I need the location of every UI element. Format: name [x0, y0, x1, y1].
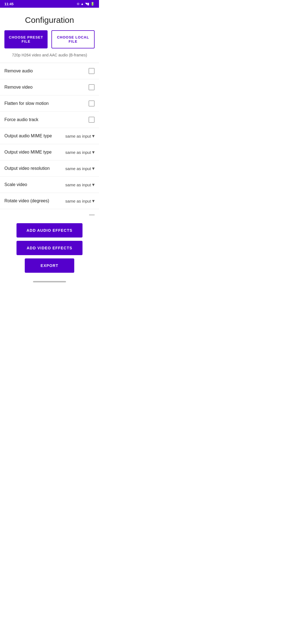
- rotate-video-label: Rotate video (degrees): [4, 198, 49, 203]
- rotate-video-value[interactable]: same as input ▾: [65, 198, 95, 204]
- option-force-audio-track: Force audio track: [0, 112, 99, 128]
- do-not-disturb-icon: ⊖: [77, 2, 79, 6]
- output-audio-mime-label: Output audio MIME type: [4, 133, 52, 138]
- wifi-icon: ▲: [81, 2, 84, 6]
- action-buttons-container: ADD AUDIO EFFECTS ADD VIDEO EFFECTS EXPO…: [0, 219, 99, 278]
- battery-icon: 🔋: [90, 2, 95, 6]
- chevron-down-icon: ▾: [92, 165, 95, 171]
- scale-video-value[interactable]: same as input ▾: [65, 182, 95, 188]
- remove-audio-label: Remove audio: [4, 69, 33, 73]
- chevron-down-icon: ▾: [92, 149, 95, 155]
- remove-video-label: Remove video: [4, 85, 32, 90]
- status-icons: ⊖ ▲ ◥▮ 🔋: [77, 2, 95, 6]
- add-audio-effects-button[interactable]: ADD AUDIO EFFECTS: [16, 223, 82, 238]
- choose-local-file-button[interactable]: CHOOSE LOCAL FILE: [51, 30, 95, 48]
- output-video-mime-value[interactable]: same as input ▾: [65, 149, 95, 155]
- output-video-mime-label: Output video MIME type: [4, 150, 52, 155]
- output-audio-mime-text: same as input: [65, 134, 91, 138]
- separator-dash: —: [0, 209, 99, 219]
- remove-audio-checkbox[interactable]: [89, 68, 95, 74]
- option-remove-video: Remove video: [0, 79, 99, 95]
- dropdown-scale-video[interactable]: Scale video same as input ▾: [0, 177, 99, 193]
- rotate-video-text: same as input: [65, 199, 91, 203]
- bottom-bar: [0, 278, 99, 285]
- output-video-resolution-value[interactable]: same as input ▾: [65, 165, 95, 171]
- choose-preset-file-button[interactable]: CHOOSE PRESET FILE: [4, 30, 48, 48]
- scale-video-label: Scale video: [4, 182, 27, 187]
- flatten-slow-motion-label: Flatten for slow motion: [4, 101, 49, 106]
- force-audio-track-label: Force audio track: [4, 117, 38, 122]
- chevron-down-icon: ▾: [92, 182, 95, 188]
- output-video-resolution-text: same as input: [65, 166, 91, 171]
- add-video-effects-button[interactable]: ADD VIDEO EFFECTS: [16, 241, 82, 255]
- dropdown-output-audio-mime[interactable]: Output audio MIME type same as input ▾: [0, 128, 99, 144]
- signal-icon: ◥▮: [85, 2, 89, 6]
- preset-description: 720p H264 video and AAC audio (B-frames): [0, 52, 99, 63]
- option-flatten-slow-motion: Flatten for slow motion: [0, 95, 99, 112]
- scale-video-text: same as input: [65, 182, 91, 187]
- dropdown-output-video-mime[interactable]: Output video MIME type same as input ▾: [0, 144, 99, 160]
- status-bar: 11:45 ⊖ ▲ ◥▮ 🔋: [0, 0, 99, 8]
- chevron-down-icon: ▾: [92, 133, 95, 139]
- page-title: Configuration: [0, 8, 99, 30]
- home-indicator: [33, 281, 66, 282]
- dropdown-output-video-resolution[interactable]: Output video resolution same as input ▾: [0, 160, 99, 177]
- status-time: 11:45: [4, 2, 13, 6]
- chevron-down-icon: ▾: [92, 198, 95, 204]
- flatten-slow-motion-checkbox[interactable]: [89, 100, 95, 107]
- output-video-mime-text: same as input: [65, 150, 91, 155]
- dropdown-rotate-video[interactable]: Rotate video (degrees) same as input ▾: [0, 193, 99, 209]
- output-audio-mime-value[interactable]: same as input ▾: [65, 133, 95, 139]
- force-audio-track-checkbox[interactable]: [89, 117, 95, 123]
- file-button-row: CHOOSE PRESET FILE CHOOSE LOCAL FILE: [0, 30, 99, 52]
- export-button[interactable]: EXPORT: [25, 258, 74, 273]
- output-video-resolution-label: Output video resolution: [4, 166, 50, 171]
- option-remove-audio: Remove audio: [0, 63, 99, 79]
- remove-video-checkbox[interactable]: [89, 84, 95, 90]
